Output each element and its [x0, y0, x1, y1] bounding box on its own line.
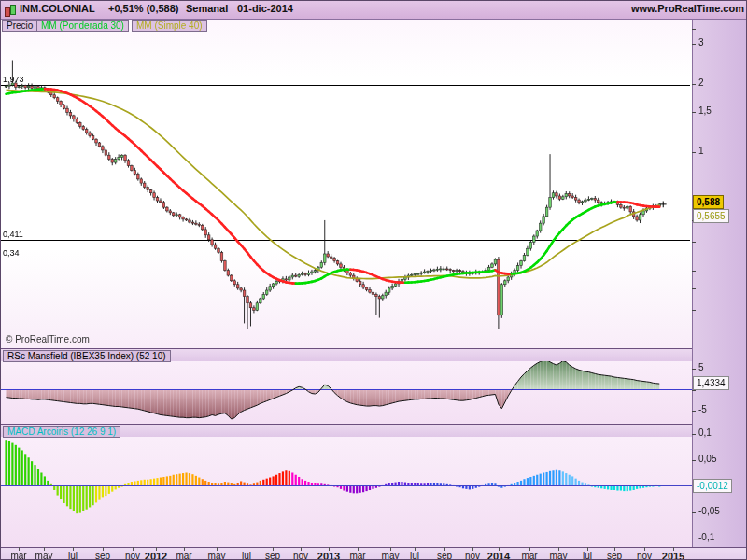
axis-tick-label: 5 [698, 362, 704, 372]
axis-tick [692, 411, 696, 412]
time-axis-label: sep [437, 551, 452, 560]
time-axis-label: nov [637, 551, 652, 560]
axis-tick-label: 1,5 [698, 105, 712, 116]
axis-tick-label: -0,05 [698, 506, 720, 516]
macd-value-badge: -0,0012 [693, 479, 732, 493]
watermark: © ProRealTime.com [6, 334, 90, 344]
time-axis-label: 2012 [145, 551, 167, 560]
axis-tick [692, 390, 696, 391]
time-axis-label: may [382, 551, 400, 560]
last-price-badge: 0,588 [693, 195, 724, 209]
time-axis-label: sep [607, 551, 622, 560]
price-change: +0,51% (0,588) [108, 3, 179, 14]
axis-tick [692, 84, 696, 85]
time-axis-label: jul [410, 551, 419, 560]
axis-tick-label: -5 [698, 404, 707, 414]
axis-tick [692, 44, 696, 45]
macd-indicator-title[interactable]: MACD Arcoiris (12 26 9 1) [3, 426, 120, 438]
time-axis-label: may [550, 551, 568, 560]
axis-tick [692, 242, 696, 243]
axis-tick [692, 369, 696, 370]
chart-canvas[interactable] [1, 1, 747, 560]
time-axis-label: mar [10, 551, 26, 560]
axis-tick [692, 288, 696, 289]
axis-tick [692, 29, 696, 30]
tab-precio[interactable]: Precio [2, 20, 37, 32]
rsc-header-strip: RSc Mansfield (IBEX35 Index) (52 10) [1, 348, 692, 361]
time-axis[interactable] [1, 547, 747, 560]
time-axis-label: jul [242, 551, 251, 560]
axis-tick [692, 310, 696, 311]
time-axis-label: 2015 [662, 551, 684, 560]
time-axis-label: nov [465, 551, 480, 560]
time-axis-label: 2013 [317, 551, 340, 560]
time-axis-label: 2014 [487, 551, 510, 560]
tab-mm-ponderada-30[interactable]: MM (Ponderada 30) [36, 20, 129, 32]
axis-tick [692, 434, 696, 435]
price-level-label: 0,411 [3, 230, 23, 239]
time-axis-label: sep [95, 551, 110, 560]
date-label: 01-dic-2014 [237, 3, 293, 14]
macd-header-strip: MACD Arcoiris (12 26 9 1) [1, 424, 692, 437]
time-axis-label: mar [521, 551, 537, 560]
time-axis-label: nov [125, 551, 140, 560]
axis-tick [692, 539, 696, 539]
proRealTime-window: INM.COLONIAL +0,51% (0,588) Semanal 01-d… [0, 0, 747, 560]
timeframe-label[interactable]: Semanal [186, 3, 228, 14]
rsc-value-badge: 1,4334 [693, 376, 729, 390]
axis-tick-label: 1 [698, 146, 704, 156]
price-axis[interactable] [692, 19, 747, 547]
site-link[interactable]: www.ProRealTime.com [631, 3, 744, 14]
axis-tick [692, 512, 696, 513]
axis-tick-label: 0,05 [698, 454, 716, 464]
time-axis-label: nov [293, 551, 308, 560]
rsc-indicator-title[interactable]: RSc Mansfield (IBEX35 Index) (52 10) [3, 350, 171, 362]
time-axis-label: may [35, 551, 53, 560]
title-bar: INM.COLONIAL +0,51% (0,588) Semanal 01-d… [1, 1, 747, 20]
axis-tick-label: 3 [698, 37, 704, 48]
price-level-label: 0,34 [3, 248, 20, 258]
ma-value-badge: 0,5655 [693, 209, 729, 223]
price-level-label: 1,973 [3, 75, 24, 84]
instrument-name: INM.COLONIAL [20, 3, 95, 14]
time-axis-label: jul [583, 551, 592, 560]
candlestick-logo-icon [5, 4, 16, 16]
axis-tick [692, 152, 696, 153]
tab-mm-simple-40[interactable]: MM (Simple 40) [132, 20, 207, 32]
axis-tick-label: 0,1 [698, 427, 712, 438]
axis-tick [692, 271, 696, 272]
time-axis-label: jul [68, 551, 78, 560]
time-axis-label: mar [349, 551, 365, 560]
time-axis-label: may [208, 551, 226, 560]
axis-tick [692, 112, 696, 113]
axis-tick [692, 460, 696, 461]
time-axis-label: sep [265, 551, 280, 560]
axis-tick [692, 63, 696, 63]
axis-tick-label: 2 [698, 77, 704, 88]
axis-tick-label: -0,1 [698, 532, 714, 542]
time-axis-label: mar [176, 551, 191, 560]
